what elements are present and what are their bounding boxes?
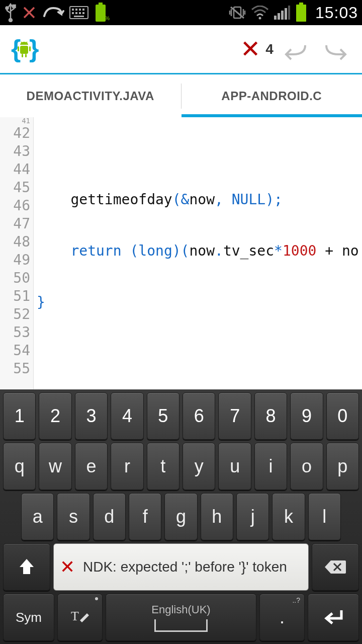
svg-text:{: { — [11, 35, 21, 63]
key-q[interactable]: q — [3, 443, 36, 490]
tab-demoactivity[interactable]: DEMOACTIVITY.JAVA — [0, 74, 181, 117]
key-0[interactable]: 0 — [326, 392, 359, 440]
redo-button[interactable] — [318, 32, 353, 67]
svg-rect-7 — [82, 9, 84, 11]
enter-icon — [321, 607, 345, 627]
svg-rect-5 — [75, 9, 77, 11]
key-k[interactable]: k — [272, 493, 305, 540]
key-d[interactable]: d — [93, 493, 126, 540]
svg-rect-30 — [25, 54, 27, 57]
svg-rect-2 — [13, 5, 16, 8]
key-f[interactable]: f — [129, 493, 161, 540]
status-clock: 15:03 — [315, 4, 358, 22]
key-e[interactable]: e — [75, 443, 108, 490]
svg-rect-28 — [29, 46, 31, 51]
errors-button[interactable]: ✕ 4 — [239, 32, 275, 67]
key-h[interactable]: h — [201, 493, 233, 540]
line-number-gutter: 41 42 43 44 45 46 47 48 49 50 51 52 53 5… — [0, 117, 34, 389]
suggestion-error-icon: ✕ — [60, 556, 75, 578]
soft-keyboard: 1 2 3 4 5 6 7 8 9 0 q w e r t y u i o p … — [0, 389, 362, 644]
text-input-icon: T — [69, 607, 91, 627]
app-action-bar: { } ✕ 4 — [0, 25, 362, 74]
close-icon-status — [22, 6, 36, 20]
error-x-icon: ✕ — [240, 37, 260, 61]
battery-saver-icon: 100% — [94, 3, 110, 23]
svg-rect-20 — [285, 8, 287, 20]
svg-rect-13 — [99, 3, 103, 5]
key-4[interactable]: 4 — [111, 392, 143, 440]
svg-rect-6 — [79, 9, 81, 11]
svg-rect-18 — [278, 13, 280, 20]
svg-rect-26 — [20, 46, 28, 54]
svg-rect-21 — [288, 6, 290, 20]
key-1[interactable]: 1 — [3, 392, 36, 440]
tab-app-android[interactable]: APP-ANDROID.C — [182, 74, 363, 117]
key-l[interactable]: l — [308, 493, 341, 540]
svg-rect-29 — [22, 54, 23, 57]
svg-rect-4 — [72, 9, 74, 11]
svg-point-16 — [258, 17, 261, 20]
svg-rect-9 — [75, 12, 77, 14]
backspace-icon — [324, 558, 347, 576]
svg-point-1 — [6, 7, 9, 10]
key-6[interactable]: 6 — [183, 392, 215, 440]
space-bar-icon — [154, 619, 208, 632]
keyboard-icon — [69, 6, 88, 19]
key-a[interactable]: a — [21, 493, 54, 540]
key-5[interactable]: 5 — [147, 392, 179, 440]
key-sym[interactable]: Sym — [3, 594, 54, 641]
keyboard-row-suggestion: ✕ NDK: expected ';' before '}' token — [1, 543, 361, 591]
key-g[interactable]: g — [164, 493, 197, 540]
svg-rect-10 — [79, 12, 81, 14]
key-input-mode[interactable]: T — [57, 594, 103, 641]
usb-icon — [4, 3, 17, 22]
code-content[interactable]: gettimeofday(&now, NULL); return (long)(… — [34, 117, 362, 389]
space-label: English(UK) — [151, 603, 210, 616]
key-7[interactable]: 7 — [218, 392, 251, 440]
app-logo-icon: { } — [9, 34, 39, 64]
signal-icon — [274, 6, 290, 20]
wifi-icon — [251, 6, 269, 20]
keyboard-row-numbers: 1 2 3 4 5 6 7 8 9 0 — [1, 392, 361, 440]
keyboard-row-bottom: Sym T English(UK) . — [1, 594, 361, 641]
sync-icon — [41, 5, 64, 20]
key-y[interactable]: y — [183, 443, 215, 490]
key-shift[interactable] — [3, 543, 50, 591]
file-tabs: DEMOACTIVITY.JAVA APP-ANDROID.C — [0, 74, 362, 117]
keyboard-row-qwerty: q w e r t y u i o p — [1, 443, 361, 490]
undo-button[interactable] — [279, 32, 314, 67]
svg-rect-23 — [296, 5, 306, 22]
key-j[interactable]: j — [236, 493, 269, 540]
key-w[interactable]: w — [39, 443, 71, 490]
svg-rect-11 — [82, 12, 84, 14]
key-o[interactable]: o — [290, 443, 323, 490]
key-enter[interactable] — [308, 594, 359, 641]
key-r[interactable]: r — [111, 443, 143, 490]
tab-label: APP-ANDROID.C — [221, 89, 322, 103]
svg-rect-17 — [274, 16, 277, 20]
error-count-label: 4 — [265, 41, 274, 57]
key-backspace[interactable] — [312, 543, 359, 591]
key-p[interactable]: p — [326, 443, 359, 490]
svg-rect-19 — [281, 11, 284, 20]
key-3[interactable]: 3 — [75, 392, 108, 440]
svg-rect-12 — [74, 16, 84, 17]
key-period[interactable]: . — [259, 594, 305, 641]
suggestion-bar[interactable]: ✕ NDK: expected ';' before '}' token — [53, 543, 309, 591]
android-status-bar: 100% 15:03 — [0, 0, 362, 25]
tab-label: DEMOACTIVITY.JAVA — [27, 89, 154, 103]
key-8[interactable]: 8 — [254, 392, 287, 440]
key-9[interactable]: 9 — [290, 392, 323, 440]
key-2[interactable]: 2 — [39, 392, 71, 440]
key-s[interactable]: s — [57, 493, 89, 540]
suggestion-text: NDK: expected ';' before '}' token — [83, 559, 287, 575]
battery-icon — [295, 3, 307, 23]
shift-icon — [17, 557, 37, 577]
svg-text:T: T — [71, 609, 79, 623]
key-i[interactable]: i — [254, 443, 287, 490]
svg-rect-8 — [72, 12, 74, 14]
code-editor[interactable]: 41 42 43 44 45 46 47 48 49 50 51 52 53 5… — [0, 117, 362, 389]
key-space[interactable]: English(UK) — [106, 594, 256, 641]
key-t[interactable]: t — [147, 443, 179, 490]
key-u[interactable]: u — [218, 443, 251, 490]
